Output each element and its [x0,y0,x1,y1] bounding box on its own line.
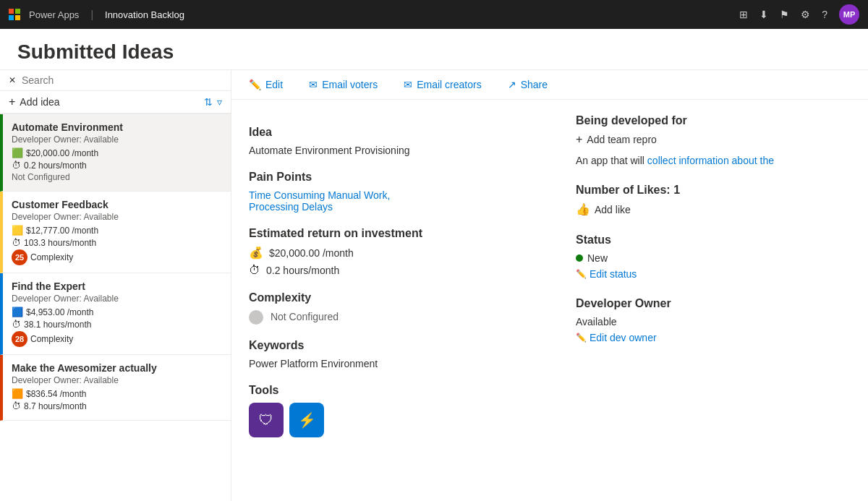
idea-developer: Developer Owner: Available [12,375,222,385]
edit-dev-pencil-icon: ✏️ [576,333,587,343]
idea-name: Find the Expert [12,281,222,292]
roi-hours: ⏱ 0.2 hours/month [249,264,547,277]
pin-icon[interactable]: ⊞ [739,9,748,20]
idea-name: Make the Awesomizer actually [12,362,222,374]
cost-icon: 🟦 [12,307,23,317]
status-section: Status New ✏️ Edit status [576,234,851,280]
dev-owner-title: Developer Owner [576,297,851,310]
idea-item-2[interactable]: Customer Feedback Developer Owner: Avail… [0,192,231,273]
share-icon: ↗ [508,79,516,90]
idea-developer: Developer Owner: Available [12,294,222,304]
settings-icon[interactable]: ⚙ [801,9,810,20]
idea-hours: ⏱ 38.1 hours/month [12,319,222,330]
hours-icon: ⏱ [12,237,21,248]
dev-owner-value: Available [576,316,851,327]
idea-cost: 🟧 $836.54 /month [12,388,222,399]
idea-cost: 🟩 $20,000.00 /month [12,147,222,158]
idea-hours: ⏱ 103.3 hours/month [12,237,222,248]
roi-hours-icon: ⏱ [249,264,260,277]
content-left: Idea Automate Environment Provisioning P… [249,114,547,487]
content-toolbar: ✏️ Edit ✉ Email voters ✉ Email creators … [231,70,868,100]
complexity-badge: 25 [12,249,27,265]
status-value: New [587,252,608,264]
hours-icon: ⏱ [12,401,21,411]
edit-status-link[interactable]: ✏️ Edit status [576,268,851,280]
download-icon[interactable]: ⬇ [760,9,768,20]
main-layout: ✕ + Add idea ⇅ ▿ Automate Environment De… [0,70,868,501]
ideas-list: Automate Environment Developer Owner: Av… [0,114,231,501]
idea-cost: 🟨 $12,777.00 /month [12,225,222,236]
idea-name: Customer Feedback [12,199,222,210]
idea-complexity: 25 Complexity [12,249,222,265]
keywords-section: Keywords Power Platform Environment [249,339,547,369]
sort-icon[interactable]: ⇅ [204,96,213,108]
keywords-value: Power Platform Environment [249,358,547,369]
complexity-section: Complexity Not Configured [249,291,547,325]
likes-section: Number of Likes: 1 👍 Add like [576,184,851,216]
idea-developer: Developer Owner: Available [12,212,222,222]
filter-icon[interactable]: ▿ [217,96,222,108]
edit-status-pencil-icon: ✏️ [576,269,587,279]
app-description: An app that will collect information abo… [576,155,851,166]
pain-points-section: Pain Points Time Consuming Manual Work, … [249,171,547,213]
content-area: ✏️ Edit ✉ Email voters ✉ Email creators … [231,70,868,501]
tools-icons-row: 🛡 ⚡ [249,403,547,437]
tools-title: Tools [249,384,547,397]
page-title: Submitted Ideas [17,40,851,64]
idea-item-3[interactable]: Find the Expert Developer Owner: Availab… [0,273,231,355]
complexity-circle-icon [249,310,263,325]
brand-label: Power Apps [29,9,79,20]
idea-item-1[interactable]: Automate Environment Developer Owner: Av… [0,114,231,192]
idea-section: Idea Automate Environment Provisioning [249,126,547,156]
idea-hours: ⏱ 0.2 hours/month [12,160,222,171]
share-button[interactable]: ↗ Share [502,76,553,93]
cost-icon: 🟩 [12,147,23,158]
nav-separator: | [90,9,93,20]
idea-cost: 🟦 $4,953.00 /month [12,307,222,317]
clear-search-icon[interactable]: ✕ [9,75,16,85]
email-creators-button[interactable]: ✉ Email creators [398,76,487,93]
idea-section-title: Idea [249,126,547,139]
hours-icon: ⏱ [12,160,21,171]
content-right: Being developed for + Add team repro An … [576,114,851,487]
roi-section: Estimated return on investment 💰 $20,000… [249,227,547,277]
hours-icon: ⏱ [12,319,21,330]
tool-icon-shield: 🛡 [249,403,284,437]
roi-cost-icon: 💰 [249,246,263,260]
pain-points-value: Time Consuming Manual Work, Processing D… [249,189,547,213]
add-idea-label: Add idea [20,96,200,108]
add-team-link[interactable]: + Add team repro [576,133,851,146]
idea-section-value: Automate Environment Provisioning [249,145,547,156]
dev-owner-section: Developer Owner Available ✏️ Edit dev ow… [576,297,851,343]
idea-item-4[interactable]: Make the Awesomizer actually Developer O… [0,355,231,421]
being-developed-title: Being developed for [576,114,851,127]
nav-title: Innovation Backlog [105,9,184,20]
content-body: Idea Automate Environment Provisioning P… [231,100,868,501]
user-avatar[interactable]: MP [839,4,859,25]
edit-dev-owner-link[interactable]: ✏️ Edit dev owner [576,332,851,343]
complexity-badge: 28 [12,331,27,347]
cost-icon: 🟧 [12,388,23,399]
roi-cost: 💰 $20,000.00 /month [249,246,547,260]
tools-section: Tools 🛡 ⚡ [249,384,547,437]
email-voters-button[interactable]: ✉ Email voters [303,76,383,93]
being-developed-section: Being developed for + Add team repro An … [576,114,851,166]
status-row: New [576,252,851,264]
idea-complexity: Not Configured [12,172,222,182]
search-input[interactable] [22,74,222,86]
edit-button[interactable]: ✏️ Edit [243,76,289,93]
idea-hours: ⏱ 8.7 hours/month [12,401,222,411]
sidebar: ✕ + Add idea ⇅ ▿ Automate Environment De… [0,70,231,501]
page-header: Submitted Ideas [0,29,868,70]
edit-pencil-icon: ✏️ [249,79,261,90]
help-icon[interactable]: ? [822,9,827,20]
flag-icon[interactable]: ⚑ [780,9,789,20]
complexity-title: Complexity [249,291,547,304]
add-like-button[interactable]: 👍 Add like [576,202,851,216]
email-voters-icon: ✉ [309,79,318,90]
roi-title: Estimated return on investment [249,227,547,240]
add-idea-row[interactable]: + Add idea ⇅ ▿ [0,91,231,114]
add-icon: + [9,95,15,108]
search-row: ✕ [0,70,231,91]
keywords-title: Keywords [249,339,547,352]
